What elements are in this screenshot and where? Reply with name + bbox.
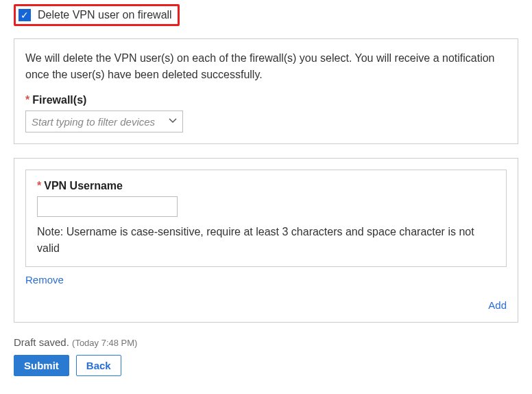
draft-timestamp: (Today 7:48 PM) (72, 338, 137, 348)
vpn-user-entry: *VPN Username Note: Username is case-sen… (25, 170, 507, 267)
firewalls-label-text: Firewall(s) (32, 94, 86, 106)
required-star-icon: * (37, 180, 41, 192)
firewall-description: We will delete the VPN user(s) on each o… (25, 50, 507, 83)
firewall-panel: We will delete the VPN user(s) on each o… (14, 38, 518, 144)
checkbox-icon: ✓ (19, 9, 31, 21)
firewalls-combobox-placeholder: Start typing to filter devices (32, 116, 169, 128)
vpn-username-input[interactable] (37, 196, 178, 217)
draft-saved-label: Draft saved. (14, 336, 69, 348)
draft-status: Draft saved. (Today 7:48 PM) (14, 336, 518, 348)
back-button[interactable]: Back (76, 355, 121, 376)
checkmark-icon: ✓ (21, 10, 29, 20)
firewalls-field-label: *Firewall(s) (25, 94, 507, 106)
firewalls-combobox[interactable]: Start typing to filter devices (25, 111, 183, 132)
delete-vpn-user-label: Delete VPN user on firewall (38, 9, 172, 21)
chevron-down-icon (169, 116, 177, 127)
submit-button[interactable]: Submit (14, 355, 69, 376)
vpn-username-label-text: VPN Username (44, 180, 123, 192)
vpn-user-panel: *VPN Username Note: Username is case-sen… (14, 158, 518, 323)
add-link[interactable]: Add (488, 299, 507, 311)
required-star-icon: * (25, 94, 29, 106)
remove-link[interactable]: Remove (25, 274, 507, 286)
delete-vpn-user-checkbox-row[interactable]: ✓ Delete VPN user on firewall (14, 4, 180, 26)
form-actions: Submit Back (14, 355, 518, 376)
vpn-username-field-label: *VPN Username (37, 180, 495, 192)
vpn-username-note: Note: Username is case-sensitive, requir… (37, 224, 495, 257)
